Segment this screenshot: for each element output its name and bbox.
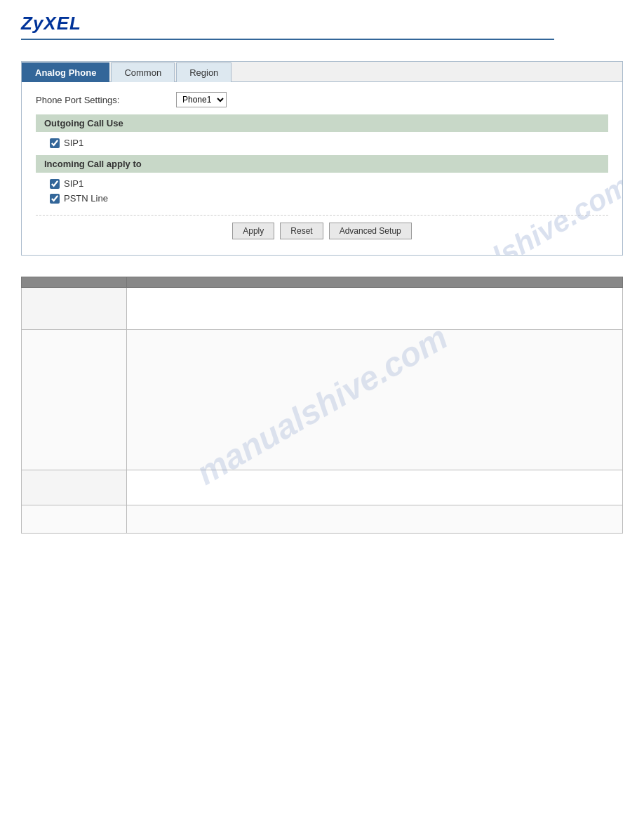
table-col-header-1	[22, 277, 127, 288]
apply-button[interactable]: Apply	[232, 223, 274, 239]
tab-bar: Analog Phone Common Region	[22, 62, 622, 82]
incoming-sip1-label: SIP1	[64, 178, 83, 189]
header: ZyXEL	[0, 0, 644, 47]
table-cell-4-2	[127, 505, 623, 534]
table-cell-2-2	[127, 330, 623, 470]
incoming-section-header: Incoming Call apply to	[36, 155, 608, 173]
outgoing-section-header: Outgoing Call Use	[36, 114, 608, 132]
table-row	[22, 330, 623, 470]
table-section: manualshive.com	[21, 277, 623, 534]
outgoing-sip1-row: SIP1	[50, 138, 608, 148]
phone-port-label: Phone Port Settings:	[36, 95, 176, 105]
phone-port-select[interactable]: Phone1 Phone2	[176, 92, 227, 107]
tab-common[interactable]: Common	[111, 62, 175, 82]
button-row: Apply Reset Advanced Setup	[36, 215, 608, 239]
reset-button[interactable]: Reset	[280, 223, 323, 239]
table-row	[22, 505, 623, 534]
data-table	[21, 277, 623, 534]
main-content: Analog Phone Common Region Phone Port Se…	[0, 47, 644, 548]
incoming-pstn-checkbox[interactable]	[50, 194, 60, 204]
tab-analog-phone[interactable]: Analog Phone	[22, 62, 109, 82]
logo: ZyXEL	[21, 13, 623, 34]
analog-phone-panel: Analog Phone Common Region Phone Port Se…	[21, 61, 623, 256]
phone-port-row: Phone Port Settings: Phone1 Phone2	[36, 92, 608, 107]
incoming-sip1-row: SIP1	[50, 178, 608, 189]
outgoing-sip1-label: SIP1	[64, 138, 83, 148]
table-col-header-2	[127, 277, 623, 288]
table-cell-2-1	[22, 330, 127, 470]
tab-region[interactable]: Region	[176, 62, 232, 82]
outgoing-sip1-checkbox[interactable]	[50, 138, 60, 148]
panel-body: Phone Port Settings: Phone1 Phone2 Outgo…	[22, 82, 622, 255]
header-divider	[21, 39, 554, 40]
table-row	[22, 288, 623, 330]
table-row	[22, 470, 623, 505]
incoming-pstn-label: PSTN Line	[64, 193, 108, 204]
table-cell-1-2	[127, 288, 623, 330]
incoming-pstn-row: PSTN Line	[50, 193, 608, 204]
advanced-setup-button[interactable]: Advanced Setup	[329, 223, 412, 239]
table-cell-3-1	[22, 470, 127, 505]
incoming-sip1-checkbox[interactable]	[50, 179, 60, 189]
table-cell-3-2	[127, 470, 623, 505]
table-cell-4-1	[22, 505, 127, 534]
table-cell-1-1	[22, 288, 127, 330]
